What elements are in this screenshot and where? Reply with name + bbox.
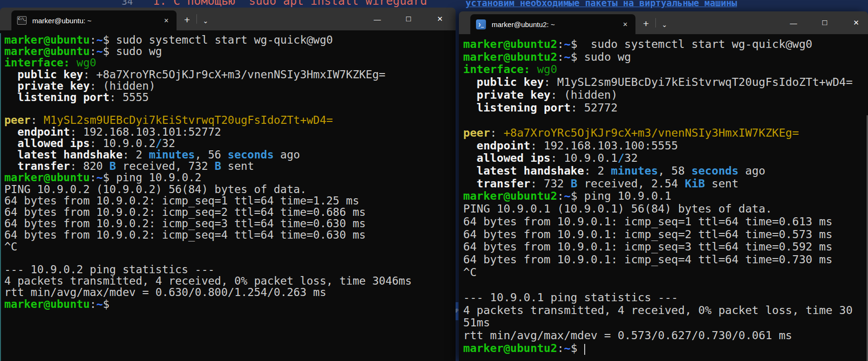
text-segment: public key <box>4 68 83 81</box>
text-segment: 64 bytes from 10.9.0.1: icmp_seq=2 ttl=6… <box>463 228 832 241</box>
text-segment: 64 bytes from 10.9.0.1: icmp_seq=4 ttl=6… <box>463 253 832 266</box>
terminal-line: 64 bytes from 10.9.0.1: icmp_seq=3 ttl=6… <box>463 241 868 253</box>
text-segment: 51ms <box>463 316 490 329</box>
text-segment: $ sudo wg <box>103 45 162 57</box>
text-segment: 64 bytes from 10.9.0.2: icmp_seq=2 ttl=6… <box>4 206 366 218</box>
text-segment: ago <box>274 148 300 161</box>
text-segment: : <box>490 126 504 139</box>
tab-marker-ubuntu2[interactable]: ❯_ marker@ubuntu2: ~ ✕ <box>470 14 635 34</box>
new-tab-button[interactable]: + <box>643 18 649 29</box>
text-segment: ago <box>738 164 765 177</box>
terminal-line: endpoint: 192.168.103.101:52772 <box>4 126 456 138</box>
terminal-line: transfer: 732 B received, 2.54 KiB sent <box>463 177 868 190</box>
text-segment: endpoint <box>4 126 70 138</box>
text-segment: PING 10.9.0.2 (10.9.0.2) 56(84) bytes of… <box>4 183 307 195</box>
tab-bar: ❯_ marker@ubuntu2: ~ ✕ + ⌄ — □ ✕ <box>459 11 868 34</box>
terminal-line: rtt min/avg/max/mdev = 0.573/0.627/0.730… <box>463 329 868 342</box>
terminal-line <box>4 252 456 264</box>
text-segment: wg0 <box>530 63 557 76</box>
editor-link-text: установим необходимые пакеты на виртуаль… <box>466 0 737 8</box>
terminal-line: 64 bytes from 10.9.0.2: icmp_seq=1 ttl=6… <box>4 195 456 206</box>
terminal-line: 64 bytes from 10.9.0.1: icmp_seq=4 ttl=6… <box>463 253 868 266</box>
terminal-line: private key: (hidden) <box>463 89 868 102</box>
tab-marker-ubuntu[interactable]: C:\_ marker@ubuntu: ~ ✕ <box>11 10 177 30</box>
close-button[interactable]: ✕ <box>424 15 456 23</box>
terminal-line: allowed ips: 10.9.0.1/32 <box>463 152 868 165</box>
text-segment: private key <box>463 88 551 102</box>
terminal-line: peer: M1ySL2sm9UEBcDyi7kEiStvrwqT20ugFsI… <box>4 114 456 126</box>
text-segment: : 820 <box>70 160 109 172</box>
terminal-line <box>463 114 868 127</box>
maximize-button[interactable]: □ <box>809 18 840 28</box>
terminal-line: 64 bytes from 10.9.0.2: icmp_seq=2 ttl=6… <box>4 206 456 218</box>
text-segment: ^C <box>4 241 18 253</box>
text-segment: : <box>557 37 564 51</box>
text-segment: minutes <box>611 164 658 177</box>
text-segment: : M1ySL2sm9UEBcDyi7kEiStvrwqT20ugFsIdoZT… <box>544 75 853 89</box>
terminal-output[interactable]: marker@ubuntu2:~$ sudo systemctl start w… <box>459 34 868 361</box>
terminal-line: interface: wg0 <box>4 57 456 68</box>
text-segment: 64 bytes from 10.9.0.2: icmp_seq=4 ttl=6… <box>4 229 366 241</box>
terminal-line: marker@ubuntu:~$ <box>4 298 456 310</box>
minimize-button[interactable]: — <box>362 15 393 23</box>
tab-bar-divider <box>196 14 197 24</box>
text-segment: B <box>110 160 116 172</box>
terminal-line: marker@ubuntu:~$ sudo systemctl start wg… <box>4 34 456 46</box>
tab-title: marker@ubuntu: ~ <box>32 17 161 25</box>
tab-close-button[interactable]: ✕ <box>161 16 172 25</box>
maximize-button[interactable]: □ <box>393 14 424 24</box>
text-segment: ~ <box>564 37 570 51</box>
text-segment: : 192.168.103.100:5555 <box>530 139 678 152</box>
close-button[interactable]: ✕ <box>840 19 868 27</box>
text-segment: $ sudo systemctl start wg-quick@wg0 <box>570 37 812 51</box>
text-segment: latest handshake <box>463 164 584 177</box>
text-segment: transfer <box>463 177 530 190</box>
text-segment: marker@ubuntu <box>4 45 90 57</box>
text-segment: +8a7XroYRc5OjKJr9cX+m3/vnenNSIy3HmxIW7KZ… <box>504 126 799 139</box>
text-segment: listening port <box>463 101 570 114</box>
text-segment: : (hidden) <box>551 88 617 102</box>
terminal-output[interactable]: marker@ubuntu:~$ sudo systemctl start wg… <box>0 30 456 361</box>
text-segment: interface: <box>463 63 530 76</box>
terminal-line: 64 bytes from 10.9.0.1: icmp_seq=1 ttl=6… <box>463 215 868 228</box>
terminal-line <box>4 103 456 114</box>
new-tab-button[interactable]: + <box>184 14 190 26</box>
text-segment: wg0 <box>70 56 96 69</box>
tab-dropdown-button[interactable]: ⌄ <box>203 17 208 25</box>
text-segment: private key <box>4 80 90 92</box>
text-segment: : 732 <box>530 177 570 190</box>
tab-close-button[interactable]: ✕ <box>620 20 631 29</box>
text-segment: $ <box>570 342 584 355</box>
background-edge-sliver <box>0 33 1 361</box>
text-segment: allowed ips <box>463 151 551 165</box>
terminal-line: --- 10.9.0.2 ping statistics --- <box>4 264 456 275</box>
text-segment: ~ <box>96 298 103 310</box>
tab-bar-divider <box>655 18 656 28</box>
text-segment: ~ <box>96 34 103 46</box>
text-segment: received, 2.54 <box>578 177 685 190</box>
text-segment: M1ySL2sm9UEBcDyi7kEiStvrwqT20ugFsIdoZTt+… <box>44 114 333 126</box>
terminal-line: PING 10.9.0.1 (10.9.0.1) 56(84) bytes of… <box>463 203 868 215</box>
text-segment: : <box>90 34 96 46</box>
text-segment: KiB <box>685 177 705 190</box>
terminal-line: listening port: 5555 <box>4 92 456 103</box>
text-segment: : 5555 <box>110 91 149 103</box>
tab-dropdown-button[interactable]: ⌄ <box>662 21 667 28</box>
right-terminal-window: ❯_ marker@ubuntu2: ~ ✕ + ⌄ — □ ✕ marker@… <box>459 11 868 361</box>
terminal-line: endpoint: 192.168.103.100:5555 <box>463 139 868 152</box>
terminal-line: latest handshake: 2 minutes, 56 seconds … <box>4 149 456 160</box>
text-segment: : +8a7XroYRc5OjKJr9cX+m3/vnenNSIy3HmxIW7… <box>83 68 385 81</box>
terminal-line: marker@ubuntu2:~$ <box>463 342 868 355</box>
minimize-button[interactable]: — <box>778 19 809 27</box>
window-controls: — □ ✕ <box>362 8 456 30</box>
terminal-line: marker@ubuntu:~$ ping 10.9.0.2 <box>4 172 456 183</box>
text-segment: transfer <box>4 160 70 172</box>
text-segment: B <box>570 177 577 190</box>
terminal-line: 64 bytes from 10.9.0.2: icmp_seq=4 ttl=6… <box>4 229 456 241</box>
text-segment: 4 packets transmitted, 4 received, 0% pa… <box>463 304 853 317</box>
terminal-line: interface: wg0 <box>463 63 868 76</box>
text-segment: marker@ubuntu2 <box>463 50 557 64</box>
window-controls: — □ ✕ <box>778 11 868 34</box>
text-segment: : 2 <box>122 148 149 161</box>
text-segment: : <box>30 114 44 126</box>
